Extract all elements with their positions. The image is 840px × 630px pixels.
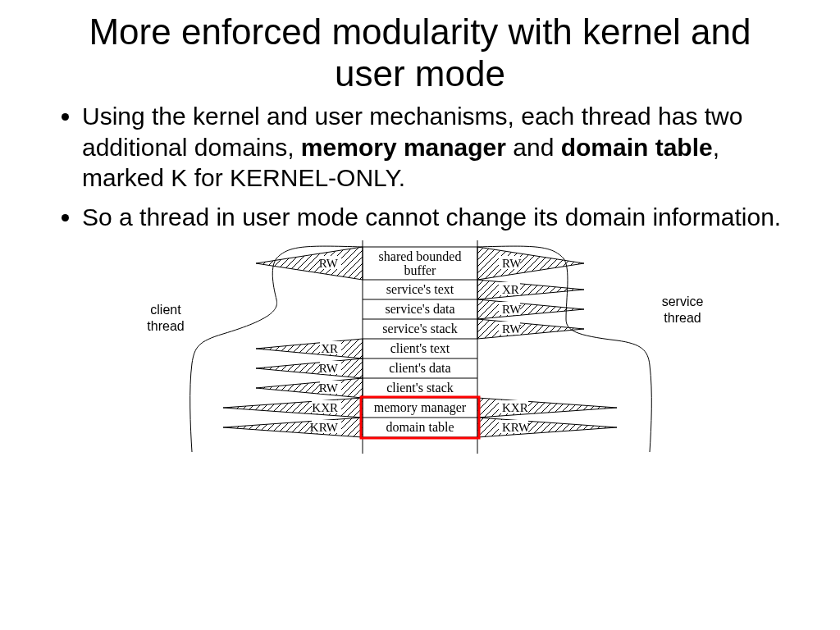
permission-label: KXR xyxy=(312,401,338,414)
mem-row-label: buffer xyxy=(404,263,436,277)
bullet-2: So a thread in user mode cannot change i… xyxy=(82,202,791,233)
mem-row-label: service's text xyxy=(386,282,454,296)
permission-wedge xyxy=(477,418,617,437)
mem-row-label: client's stack xyxy=(386,381,454,395)
service-thread-label-2: thread xyxy=(664,311,701,325)
permission-wedge xyxy=(477,280,584,299)
permission-label: XR xyxy=(321,342,338,355)
permission-wedge xyxy=(477,398,617,418)
client-thread-label-1: client xyxy=(150,303,181,317)
permission-wedge xyxy=(256,339,363,358)
mem-row-label: shared bounded xyxy=(379,249,462,263)
bullet-1-text-b: and xyxy=(506,134,561,161)
slide-title: More enforced modularity with kernel and… xyxy=(49,11,791,94)
permission-wedge xyxy=(477,299,584,319)
permission-label: KRW xyxy=(502,421,531,434)
bullet-1-bold-1: memory manager xyxy=(301,134,506,161)
memory-domain-diagram: shared boundedbufferRWRWservice's textXR… xyxy=(116,240,724,478)
permission-label: KXR xyxy=(502,401,528,414)
mem-row-label: memory manager xyxy=(374,400,467,415)
bullet-1: Using the kernel and user mechanisms, ea… xyxy=(82,101,791,194)
permission-label: RW xyxy=(502,257,522,270)
permission-label: RW xyxy=(502,303,522,316)
slide-body: Using the kernel and user mechanisms, ea… xyxy=(66,101,791,232)
permission-wedge xyxy=(223,398,363,418)
permission-label: RW xyxy=(319,362,339,375)
mem-row-label: service's data xyxy=(385,302,454,316)
permission-label: RW xyxy=(319,381,339,395)
permission-wedge xyxy=(256,358,363,378)
slide: More enforced modularity with kernel and… xyxy=(0,0,840,630)
permission-label: RW xyxy=(502,322,522,336)
mem-row-label: client's text xyxy=(390,341,450,355)
mem-row-label: service's stack xyxy=(382,322,457,336)
mem-row-label: client's data xyxy=(389,361,450,375)
permission-label: XR xyxy=(502,283,519,296)
permission-label: RW xyxy=(319,257,339,270)
permission-wedge xyxy=(477,319,584,339)
permission-label: KRW xyxy=(310,421,339,434)
client-thread-label-2: thread xyxy=(147,319,184,333)
permission-wedge xyxy=(256,378,363,398)
bullet-1-bold-2: domain table xyxy=(561,134,713,161)
service-thread-label-1: service xyxy=(662,294,704,308)
permission-wedge xyxy=(256,247,363,280)
diagram-container: shared boundedbufferRWRWservice's textXR… xyxy=(49,240,791,478)
mem-row-label: domain table xyxy=(386,420,454,434)
permission-wedge xyxy=(477,247,584,280)
permission-wedge xyxy=(223,418,363,437)
